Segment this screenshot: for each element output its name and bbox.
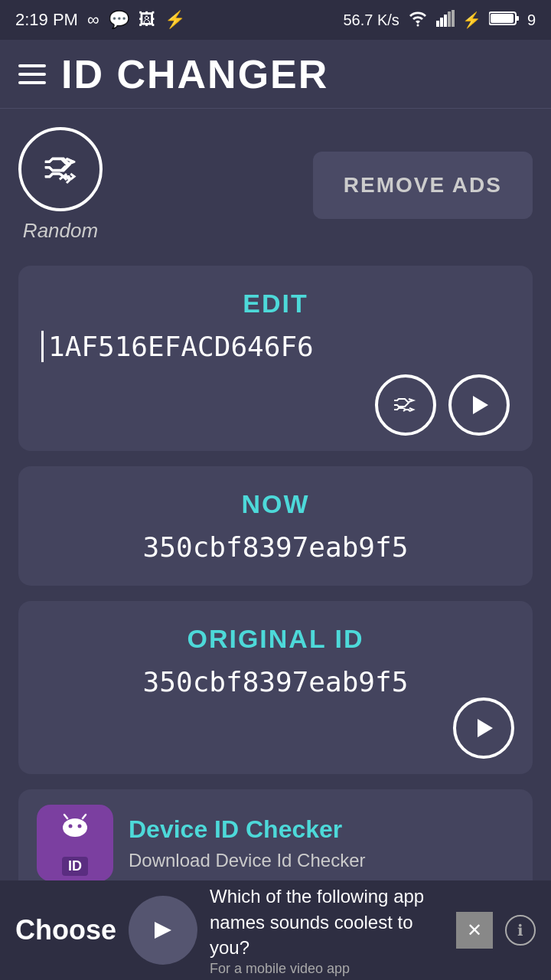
infinity-icon: ∞ <box>87 10 99 30</box>
svg-rect-4 <box>448 11 451 27</box>
speed-indicator: 56.7 K/s <box>343 11 399 29</box>
svg-point-11 <box>63 818 87 837</box>
svg-point-12 <box>69 824 73 828</box>
ad-text-container: Which of the following app names sounds … <box>210 884 444 977</box>
svg-point-0 <box>416 24 419 26</box>
svg-rect-7 <box>516 16 519 21</box>
original-id-value: 350cbf8397eab9f5 <box>41 666 510 697</box>
id-badge: ID <box>62 857 88 876</box>
original-apply-button-container <box>453 697 514 759</box>
edit-card: EDIT 1AF516EFACD646F6 <box>18 266 533 451</box>
random-label: Random <box>23 219 98 243</box>
random-container: Random <box>18 127 103 243</box>
now-card-label: NOW <box>41 489 510 519</box>
usb-icon: ⚡ <box>165 10 185 30</box>
svg-rect-3 <box>444 15 447 27</box>
ad-close-button[interactable]: ✕ <box>456 912 493 949</box>
device-checker-title: Device ID Checker <box>129 815 365 844</box>
menu-icon[interactable] <box>18 64 46 84</box>
edit-card-actions <box>41 374 510 436</box>
svg-point-13 <box>78 824 82 828</box>
app-title: ID CHANGER <box>61 51 328 97</box>
now-card: NOW 350cbf8397eab9f5 <box>18 466 533 586</box>
ad-info-button[interactable]: ℹ <box>505 915 536 946</box>
svg-rect-2 <box>440 18 443 27</box>
status-bar: 2:19 PM ∞ 💬 🖼 ⚡ 56.7 K/s ⚡ <box>0 0 551 40</box>
ad-text-main: Which of the following app names sounds … <box>210 884 444 961</box>
edit-card-label: EDIT <box>41 289 510 318</box>
edit-random-button[interactable] <box>375 374 436 436</box>
arrow-button[interactable] <box>129 896 197 965</box>
status-left: 2:19 PM ∞ 💬 🖼 ⚡ <box>15 10 185 30</box>
app-bar: ID CHANGER <box>0 40 551 109</box>
image-icon: 🖼 <box>139 10 155 30</box>
status-right: 56.7 K/s ⚡ 9 <box>343 10 536 31</box>
svg-rect-5 <box>452 10 455 27</box>
svg-marker-16 <box>155 922 171 939</box>
original-id-card: ORIGINAL ID 350cbf8397eab9f5 <box>18 601 533 774</box>
ad-text-sub: For a mobile video app <box>210 961 444 977</box>
remove-ads-button[interactable]: REMOVE ADS <box>313 152 533 219</box>
battery-icon <box>489 11 520 30</box>
battery-charging-icon: ⚡ <box>462 11 481 29</box>
svg-line-15 <box>83 815 86 818</box>
edit-apply-button[interactable] <box>448 374 510 436</box>
svg-marker-10 <box>478 719 493 737</box>
choose-button[interactable]: Choose <box>15 914 116 946</box>
svg-rect-1 <box>436 21 439 27</box>
time: 2:19 PM <box>15 10 78 30</box>
main-content: Random REMOVE ADS EDIT 1AF516EFACD646F6 <box>0 109 551 897</box>
now-card-value: 350cbf8397eab9f5 <box>41 531 510 563</box>
device-checker-text: Device ID Checker Download Device Id Che… <box>129 815 365 871</box>
svg-line-14 <box>64 815 67 818</box>
signal-icon <box>436 10 455 31</box>
original-id-label: ORIGINAL ID <box>41 624 510 654</box>
top-row: Random REMOVE ADS <box>18 127 533 243</box>
edit-card-value[interactable]: 1AF516EFACD646F6 <box>41 331 510 362</box>
battery-number: 9 <box>527 11 536 29</box>
svg-marker-9 <box>473 396 488 414</box>
original-apply-button[interactable] <box>453 697 514 759</box>
random-button[interactable] <box>18 127 103 211</box>
wifi-icon <box>407 10 429 31</box>
svg-rect-8 <box>491 14 514 23</box>
message-icon: 💬 <box>109 10 129 30</box>
device-checker-icon: ID <box>37 805 113 881</box>
device-checker-subtitle: Download Device Id Checker <box>129 850 365 871</box>
bottom-bar: Choose Which of the following app names … <box>0 880 551 980</box>
